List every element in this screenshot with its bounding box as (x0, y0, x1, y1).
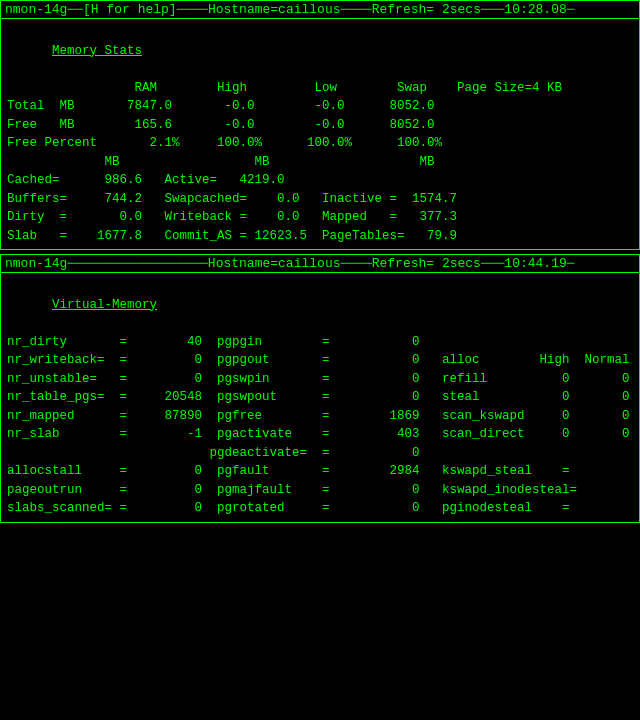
panel2-hostname: Hostname=caillous (208, 256, 341, 271)
panel1-hostname: Hostname=caillous (208, 2, 341, 17)
panel2-line-7: allocstall = 0 pgfault = 2984 kswapd_ste… (7, 462, 633, 481)
panel2-line-4: nr_mapped = 87890 pgfree = 1869 scan_ksw… (7, 407, 633, 426)
panel2-titlebar: nmon-14g ── ──────────────── Hostname=ca… (1, 255, 639, 273)
panel2-section-header: Virtual-Memory (7, 277, 633, 333)
panel2-line-2: nr_unstable= = 0 pgswpin = 0 refill 0 0 … (7, 370, 633, 389)
panel2-separator4: ─── (481, 256, 504, 271)
panel2-separator1: ── (67, 256, 83, 271)
panel2-separator2: ──────────────── (83, 256, 208, 271)
panel1-refresh: Refresh= 2secs (372, 2, 481, 17)
panel2-time: 10:44.19 (504, 256, 566, 271)
panel1-lines: RAM High Low Swap Page Size=4 KBTotal MB… (7, 79, 633, 246)
panel1-line-5: Cached= 986.6 Active= 4219.0 (7, 171, 633, 190)
panel1-line-7: Dirty = 0.0 Writeback = 0.0 Mapped = 377… (7, 208, 633, 227)
panel2-line-6: pgdeactivate= = 0 (7, 444, 633, 463)
panel1-line-6: Buffers= 744.2 Swapcached= 0.0 Inactive … (7, 190, 633, 209)
panel1-line-1: Total MB 7847.0 -0.0 -0.0 8052.0 (7, 97, 633, 116)
panel2-refresh: Refresh= 2secs (372, 256, 481, 271)
panel2-line-3: nr_table_pgs= = 20548 pgswpout = 0 steal… (7, 388, 633, 407)
panel2-line-1: nr_writeback= = 0 pgpgout = 0 alloc High… (7, 351, 633, 370)
panel1-separator1: ── (67, 2, 83, 17)
panel1-line-2: Free MB 165.6 -0.0 -0.0 8052.0 (7, 116, 633, 135)
panel1-line-3: Free Percent 2.1% 100.0% 100.0% 100.0% (7, 134, 633, 153)
panel1-title-left: nmon-14g (5, 2, 67, 17)
memory-stats-panel: nmon-14g ── [H for help] ──── Hostname=c… (0, 0, 640, 250)
panel2-separator3: ──── (340, 256, 371, 271)
panel1-line-8: Slab = 1677.8 Commit_AS = 12623.5 PageTa… (7, 227, 633, 246)
panel2-line-0: nr_dirty = 40 pgpgin = 0 (7, 333, 633, 352)
panel2-title-left: nmon-14g (5, 256, 67, 271)
panel2-separator5: ─ (567, 256, 575, 271)
panel1-line-4: MB MB MB (7, 153, 633, 172)
panel1-section-header: Memory Stats (7, 23, 633, 79)
panel1-content: Memory Stats RAM High Low Swap Page Size… (1, 19, 639, 249)
panel2-content: Virtual-Memory nr_dirty = 40 pgpgin = 0n… (1, 273, 639, 522)
panel2-line-9: slabs_scanned= = 0 pgrotated = 0 pginode… (7, 499, 633, 518)
panel1-line-0: RAM High Low Swap Page Size=4 KB (7, 79, 633, 98)
panel1-separator5: ─ (567, 2, 575, 17)
panel2-lines: nr_dirty = 40 pgpgin = 0nr_writeback= = … (7, 333, 633, 518)
virtual-memory-panel: nmon-14g ── ──────────────── Hostname=ca… (0, 254, 640, 523)
panel1-separator3: ──── (341, 2, 372, 17)
panel1-time: 10:28.08 (504, 2, 566, 17)
panel1-separator2: ──── (177, 2, 208, 17)
panel2-line-8: pageoutrun = 0 pgmajfault = 0 kswapd_ino… (7, 481, 633, 500)
panel1-help: [H for help] (83, 2, 177, 17)
panel2-line-5: nr_slab = -1 pgactivate = 403 scan_direc… (7, 425, 633, 444)
panel1-separator4: ─── (481, 2, 504, 17)
panel1-titlebar: nmon-14g ── [H for help] ──── Hostname=c… (1, 1, 639, 19)
